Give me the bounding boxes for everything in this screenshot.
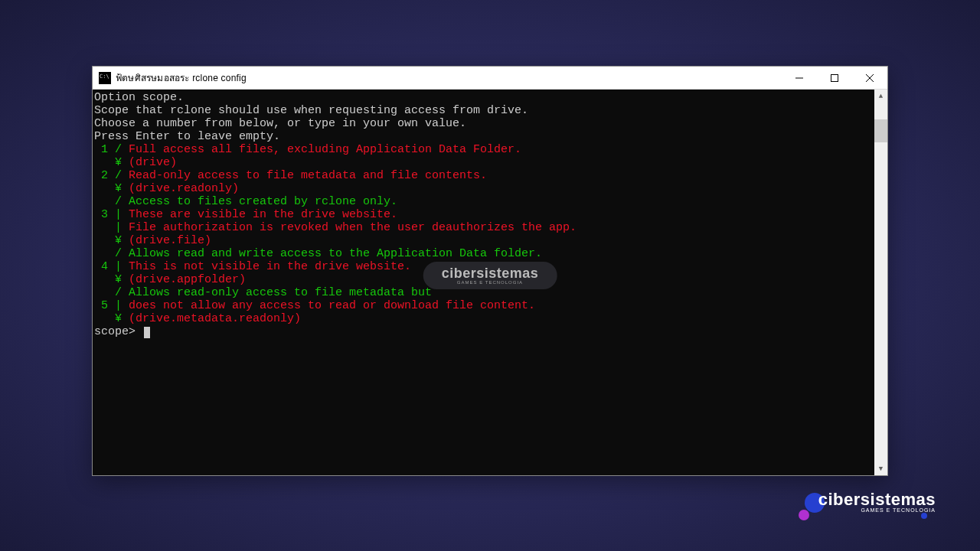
terminal-line: | File authorization is revoked when the… [94,221,873,234]
terminal-line: 3 | These are visible in the drive websi… [94,208,873,221]
scroll-thumb[interactable] [874,119,887,142]
terminal-line: 1 / Full access all files, excluding App… [94,143,873,156]
terminal-line: ¥ (drive.appfolder) [94,273,873,286]
terminal-line: / Allows read and write access to the Ap… [94,247,873,260]
scroll-up-button[interactable]: ▲ [874,90,887,103]
scroll-track[interactable] [874,103,887,462]
terminal-line: ¥ (drive.readonly) [94,182,873,195]
terminal-line: / Allows read-only access to file metada… [94,286,873,299]
terminal-line: Choose a number from below, or type in y… [94,117,873,130]
titlebar[interactable]: ฟ้ตษศิสรษมอสอระ rclone config [93,67,887,90]
cursor [144,327,150,338]
terminal-line: 2 / Read-only access to file metadata an… [94,169,873,182]
vertical-scrollbar[interactable]: ▲ ▼ [874,90,887,475]
terminal-output[interactable]: Option scope.Scope that rclone should us… [93,90,874,475]
watermark-corner: cibersistemas GAMES E TECNOLOGIA [818,490,936,513]
terminal-line: 4 | This is not visible in the drive web… [94,260,873,273]
terminal-line: ¥ (drive.file) [94,234,873,247]
terminal-line: Scope that rclone should use when reques… [94,104,873,117]
terminal-line: ¥ (drive) [94,156,873,169]
svg-rect-1 [831,74,838,81]
terminal-line: 5 | does not allow any access to read or… [94,299,873,312]
terminal-line: / Access to files created by rclone only… [94,195,873,208]
maximize-button[interactable] [817,67,852,90]
terminal-line: Press Enter to leave empty. [94,130,873,143]
cmd-icon [99,72,111,84]
terminal-line: Option scope. [94,91,873,104]
terminal-line: scope> [94,325,873,338]
minimize-button[interactable] [782,67,817,90]
window-body: Option scope.Scope that rclone should us… [93,90,887,475]
scroll-down-button[interactable]: ▼ [874,462,887,475]
watermark-corner-sub: GAMES E TECNOLOGIA [818,507,936,513]
close-button[interactable] [852,67,887,90]
window-title: ฟ้ตษศิสรษมอสอระ rclone config [116,70,247,85]
terminal-line: ¥ (drive.metadata.readonly) [94,312,873,325]
watermark-corner-text: cibersistemas [818,490,936,510]
cmd-window: ฟ้ตษศิสรษมอสอระ rclone config Option sco… [92,66,888,476]
